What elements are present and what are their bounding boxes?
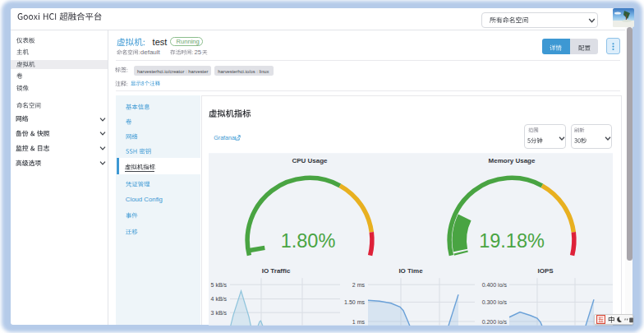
svg-text:1.80%: 1.80% (281, 230, 336, 252)
svg-text:4 kB/s: 4 kB/s (211, 296, 228, 302)
svg-text:1 ms: 1 ms (352, 318, 366, 324)
svg-text:0.300 io/s: 0.300 io/s (482, 299, 508, 305)
svg-text:5 kB/s: 5 kB/s (211, 281, 228, 287)
svg-text:0.200 io/s: 0.200 io/s (482, 318, 508, 324)
svg-text:Memory Usage: Memory Usage (489, 157, 536, 164)
svg-text:2 ms: 2 ms (352, 281, 366, 287)
svg-text:19.18%: 19.18% (479, 230, 545, 252)
svg-text:IOPS: IOPS (537, 266, 554, 274)
svg-text:IO Time: IO Time (398, 266, 423, 274)
svg-text:3 kB/s: 3 kB/s (211, 309, 228, 315)
svg-text:CPU Usage: CPU Usage (292, 157, 328, 164)
svg-text:1.50 ms: 1.50 ms (344, 299, 365, 305)
svg-text:IO Traffic: IO Traffic (262, 266, 291, 274)
svg-text:0.400 io/s: 0.400 io/s (482, 281, 508, 287)
